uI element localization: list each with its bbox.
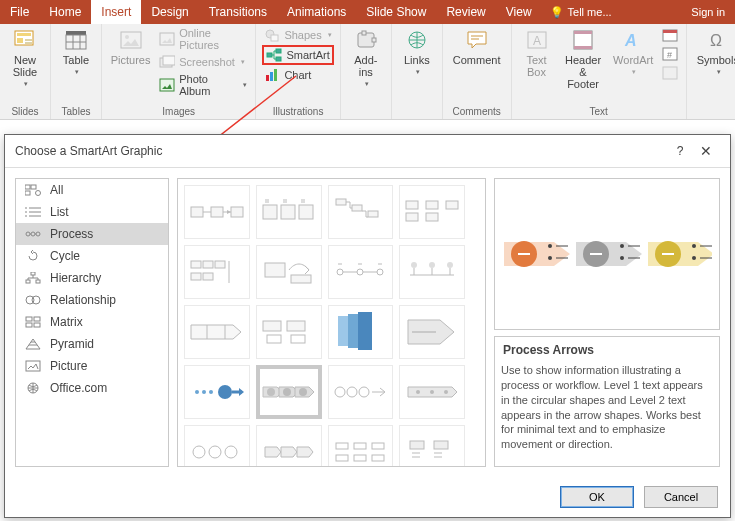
svg-text:A: A	[533, 34, 541, 48]
photo-album-label: Photo Album	[179, 73, 237, 97]
svg-rect-20	[362, 31, 366, 35]
preview-description: Use to show information illustrating a p…	[501, 363, 713, 452]
photo-album-button[interactable]: Photo Album ▾	[157, 72, 249, 98]
smartart-button[interactable]: SmartArt	[262, 45, 333, 65]
wordart-label: WordArt	[613, 54, 653, 66]
svg-point-78	[337, 269, 343, 275]
comment-button[interactable]: Comment	[449, 26, 505, 68]
smartart-thumb[interactable]	[328, 305, 394, 359]
svg-point-120	[548, 244, 552, 248]
smartart-thumb-selected[interactable]	[256, 365, 322, 419]
tab-animations[interactable]: Animations	[277, 0, 356, 24]
smartart-thumb[interactable]	[184, 185, 250, 239]
svg-rect-71	[191, 261, 201, 268]
svg-point-6	[125, 35, 129, 39]
category-relationship[interactable]: Relationship	[16, 289, 168, 311]
category-pyramid[interactable]: Pyramid	[16, 333, 168, 355]
svg-rect-50	[26, 323, 32, 327]
tab-file[interactable]: File	[0, 0, 39, 24]
online-pictures-label: Online Pictures	[179, 27, 247, 51]
dialog-help-button[interactable]: ?	[668, 144, 692, 158]
ok-button[interactable]: OK	[560, 486, 634, 508]
group-label-text: Text	[518, 106, 680, 119]
svg-rect-52	[26, 361, 40, 371]
svg-rect-108	[354, 443, 366, 449]
svg-point-95	[267, 388, 275, 396]
smartart-thumb[interactable]	[328, 245, 394, 299]
links-button[interactable]: Links ▾	[398, 26, 436, 78]
object-button[interactable]	[660, 64, 680, 82]
group-addins: Add- ins ▾	[341, 24, 392, 119]
textbox-button[interactable]: A Text Box	[518, 26, 556, 80]
smartart-thumb[interactable]	[328, 365, 394, 419]
symbols-button[interactable]: Ω Symbols ▾	[693, 26, 735, 78]
tab-transitions[interactable]: Transitions	[199, 0, 277, 24]
chevron-down-icon: ▾	[243, 81, 247, 89]
tab-home[interactable]: Home	[39, 0, 91, 24]
chevron-down-icon: ▾	[241, 58, 245, 66]
tab-slideshow[interactable]: Slide Show	[356, 0, 436, 24]
svg-rect-26	[574, 31, 592, 34]
svg-rect-57	[263, 205, 277, 219]
slide-number-button[interactable]: #	[660, 45, 680, 63]
tab-review[interactable]: Review	[436, 0, 495, 24]
smartart-thumb[interactable]	[399, 245, 465, 299]
svg-point-42	[36, 232, 40, 236]
smartart-thumb[interactable]	[399, 365, 465, 419]
category-label: List	[50, 205, 69, 219]
dialog-close-button[interactable]: ✕	[692, 143, 720, 159]
chart-button[interactable]: Chart	[262, 66, 333, 84]
sign-in[interactable]: Sign in	[681, 0, 735, 24]
shapes-button[interactable]: Shapes ▾	[262, 26, 333, 44]
category-hierarchy[interactable]: Hierarchy	[16, 267, 168, 289]
smartart-thumb[interactable]	[184, 305, 250, 359]
svg-rect-113	[410, 441, 424, 449]
table-button[interactable]: Table ▾	[57, 26, 95, 78]
gallery-scroll[interactable]	[178, 179, 471, 466]
smartart-thumb[interactable]	[184, 365, 250, 419]
wordart-button[interactable]: A WordArt ▾	[611, 26, 656, 78]
list-icon	[24, 205, 42, 219]
smartart-thumb[interactable]	[399, 425, 465, 466]
group-label-slides: Slides	[6, 106, 44, 119]
preview-image	[494, 178, 720, 330]
category-matrix[interactable]: Matrix	[16, 311, 168, 333]
online-pictures-button[interactable]: Online Pictures	[157, 26, 249, 52]
svg-point-79	[357, 269, 363, 275]
category-picture[interactable]: Picture	[16, 355, 168, 377]
tab-design[interactable]: Design	[141, 0, 198, 24]
date-time-button[interactable]	[660, 26, 680, 44]
category-cycle[interactable]: Cycle	[16, 245, 168, 267]
category-office[interactable]: Office.com	[16, 377, 168, 399]
smartart-thumb[interactable]	[399, 185, 465, 239]
tab-view[interactable]: View	[496, 0, 542, 24]
smartart-thumb[interactable]	[328, 425, 394, 466]
new-slide-button[interactable]: New Slide ▾	[6, 26, 44, 90]
smartart-thumb[interactable]	[256, 425, 322, 466]
screenshot-button[interactable]: Screenshot ▾	[157, 53, 249, 71]
cancel-button[interactable]: Cancel	[644, 486, 718, 508]
smartart-thumb[interactable]	[184, 425, 250, 466]
category-label: Picture	[50, 359, 87, 373]
smartart-thumb[interactable]	[256, 185, 322, 239]
category-process[interactable]: Process	[16, 223, 168, 245]
svg-rect-76	[265, 263, 285, 277]
svg-point-103	[444, 390, 448, 394]
category-list[interactable]: All List Process Cycle Hierarchy Relatio…	[15, 178, 169, 467]
header-footer-button[interactable]: Header & Footer	[560, 26, 607, 92]
addins-button[interactable]: Add- ins ▾	[347, 26, 385, 90]
svg-rect-9	[163, 56, 175, 65]
smartart-thumb[interactable]	[399, 305, 465, 359]
smartart-thumb[interactable]	[256, 245, 322, 299]
tab-insert[interactable]: Insert	[91, 0, 141, 24]
group-label-addins	[347, 106, 385, 119]
smartart-thumb[interactable]	[184, 245, 250, 299]
smartart-thumb[interactable]	[328, 185, 394, 239]
smartart-icon	[266, 47, 282, 63]
smartart-thumb[interactable]	[256, 305, 322, 359]
tell-me[interactable]: 💡 Tell me...	[542, 0, 620, 24]
category-all[interactable]: All	[16, 179, 168, 201]
group-label-images: Images	[108, 106, 249, 119]
category-list-item[interactable]: List	[16, 201, 168, 223]
pictures-button[interactable]: Pictures	[108, 26, 153, 68]
